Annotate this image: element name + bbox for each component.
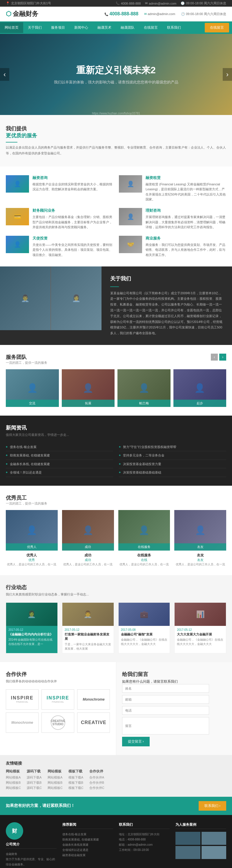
news-item-r2[interactable]: 坚持多元业务，二等业务合金 — [119, 451, 226, 460]
industry-title-2: 打造第一家能业金融财务发展发展 — [65, 632, 111, 641]
links-grid: 网站模板 网站模板A 网站模板B 网站模板C 源码下载 源码下载A 源码下载B … — [6, 769, 226, 791]
link-item-3-3[interactable]: 网站模板C — [48, 786, 63, 790]
news-link-l2[interactable]: 助推发展基础, 在稳健发展建 — [10, 453, 50, 458]
news-link-r1[interactable]: 努力"守住"行业股权投资股权融资帮帮 — [123, 444, 176, 450]
industry-card-2[interactable]: 👨‍💼 2017-05-12 打造第一家能业金融财务发展发展 于是，一家年公大来… — [62, 602, 114, 653]
link-item-1-3[interactable]: 网站模板C — [6, 786, 21, 790]
footer-link-2-5[interactable]: 融资基础金融发展 — [62, 852, 113, 858]
partner-logo-4: Monochrome — [6, 712, 38, 733]
partner-logo-content-2: INSPIRE FINANCIAL — [47, 695, 69, 703]
industry-card-content-3: 2017-05-08 金融融公司"融智"发展 金融融公司，《金融融公司》在线在线… — [119, 626, 170, 648]
news-link-l1[interactable]: 债务在线-银企发展 — [10, 444, 36, 450]
link-item-2-2[interactable]: 源码下载B — [27, 780, 42, 785]
link-item-3-1[interactable]: 网站模板A — [48, 775, 63, 780]
news-item-l2[interactable]: 助推发展基础, 在稳健发展建 — [6, 451, 113, 460]
nav-item-tech[interactable]: 融晟茨术 — [93, 22, 116, 33]
link-group-title-5: 合作伙伴 — [89, 769, 105, 774]
nav-item-news[interactable]: 新闻中心 — [69, 22, 93, 33]
link-item-5-3[interactable]: 合作伙伴C — [89, 786, 105, 790]
confidence-phone-input[interactable] — [122, 706, 209, 715]
news-item-r4[interactable]: 决策投资基础基础基础基础 — [119, 468, 226, 477]
team-prev-button[interactable]: ‹ — [211, 353, 218, 361]
team-next-button[interactable]: › — [219, 353, 226, 361]
header-hours: 09:00-18:00 周六六周日休息 — [186, 12, 226, 16]
link-item-4-2[interactable]: 模板下载B — [68, 780, 84, 785]
partner-text-3: Monochrome — [83, 698, 105, 702]
industry-img-icon-1: 👩‍💼 — [6, 603, 57, 626]
nav-item-about[interactable]: 关于我们 — [23, 22, 47, 33]
news-section: 新闻资讯 值得大家关注公司最新资讯，学情进一步走... 债务在线-银企发展 助推… — [0, 415, 232, 486]
news-item-l1[interactable]: 债务在线-银企发展 — [6, 443, 113, 452]
nav-item-message[interactable]: 在线留言 — [139, 22, 163, 33]
services-intro-section: 我们提供 更优质的服务 以满足众多出院企业人员的商务产品与服务需求，并提供行产品… — [0, 115, 232, 166]
partner-logo-5: CREATIVE STUDIO — [41, 712, 74, 733]
partner-logo-3: Monochrome — [77, 689, 110, 710]
link-group-title-3: 网站模板 — [48, 769, 63, 774]
news-link-l3[interactable]: 金融条长条线, 在稳健发展建 — [10, 462, 50, 467]
industry-card-4[interactable]: 📊 2017-05-12 大力大发展大力金融开展 金融融公司，《金融融公司》在线… — [174, 602, 226, 653]
nav-item-home[interactable]: 网站首页 — [0, 22, 23, 33]
link-item-5-2[interactable]: 合作伙伴B — [89, 780, 105, 785]
link-group-3: 网站模板 网站模板A 网站模板B 网站模板C — [48, 769, 63, 791]
link-item-1-1[interactable]: 网站模板A — [6, 775, 21, 780]
employee-desc-4: 优秀人，是这公司的工作人员，在一流 — [174, 562, 226, 566]
partners-grid: INSPIRE FINANCIAL INSPIRE FINANCIAL Mono… — [6, 689, 110, 733]
link-item-2-3[interactable]: 源码下载C — [27, 786, 42, 790]
industry-date-3: 2017-05-08 — [121, 628, 168, 631]
footer-link-2-3[interactable]: 金融条长条线发展建 — [62, 842, 113, 847]
confidence-message-input[interactable] — [122, 717, 209, 735]
news-item-r1[interactable]: 努力"守住"行业股权投资股权融资帮帮 — [119, 443, 226, 452]
service-img-4: 👤 — [119, 208, 142, 225]
nav-item-contact[interactable]: 联系我们 — [163, 22, 185, 33]
news-link-r4[interactable]: 决策投资基础基础基础基础 — [123, 470, 161, 475]
news-link-l4[interactable]: 全领域！所以还走遇是 — [10, 470, 42, 475]
nav-item-team[interactable]: 融晟团队 — [116, 22, 139, 33]
link-item-4-1[interactable]: 模板下载A — [68, 775, 84, 780]
employee-title-2: 成功 — [62, 558, 114, 562]
nav-item-services[interactable]: 服务项目 — [47, 22, 69, 33]
link-item-5-1[interactable]: 合作伙伴A — [89, 775, 105, 780]
service-text-3: 财务顾问业务 主要包括：产品分销服务基金（集合理财）分销、股权类型产品分销和其他… — [32, 208, 113, 230]
footer-link-2-4[interactable]: 全领域所以还走遇是 — [62, 847, 113, 852]
footer-link-2-1[interactable]: 债务在线-银企发展 — [62, 832, 113, 837]
cta-bar-button[interactable]: 联系我们 › — [199, 801, 226, 811]
link-item-2-1[interactable]: 源码下载A — [27, 775, 42, 780]
confidence-submit-button[interactable]: 提交留言 › — [122, 737, 150, 746]
header: ⬡ 金融财务 📞 4008-888-888 ✉ admin@admin.com … — [0, 7, 232, 22]
navigation: 网站首页 关于我们 服务项目 新闻中心 融晟茨术 融晟团队 在线留言 联系我们 … — [0, 22, 232, 34]
footer-col-4: 为人服务案例 — [175, 822, 226, 868]
link-group-2: 源码下载 源码下载A 源码下载B 源码下载C — [27, 769, 42, 791]
news-grid: 债务在线-银企发展 助推发展基础, 在稳健发展建 金融条长条线, 在稳健发展建 … — [6, 443, 226, 477]
industry-card-1[interactable]: 👩‍💼 2017-05-12 《金融融公司内内内分析行业》 2014年金融国际有… — [6, 602, 58, 653]
link-group-title-2: 源码下载 — [27, 769, 42, 774]
employee-title-4: 友友 — [174, 558, 226, 562]
link-item-4-3[interactable]: 模板下载C — [68, 786, 84, 790]
link-group-title-1: 网站模板 — [6, 769, 21, 774]
hero-next-button[interactable]: › — [223, 68, 232, 81]
news-item-r3[interactable]: 决策投资基金基础投资力量 — [119, 460, 226, 469]
link-item-3-2[interactable]: 网站模板B — [48, 780, 63, 785]
nav-cta-button[interactable]: 在线留言 — [205, 23, 229, 32]
news-item-l3[interactable]: 金融条长条线, 在稳健发展建 — [6, 460, 113, 469]
industry-text-4: 金融融公司，《金融融公司》在线在线大大大大大，金融大大大 — [177, 638, 224, 646]
news-link-r2[interactable]: 坚持多元业务，二等业务合金 — [123, 453, 165, 458]
industry-card-content-4: 2017-05-12 大力大发展大力金融开展 金融融公司，《金融融公司》在线在线… — [175, 626, 226, 648]
confidence-name-input[interactable] — [122, 684, 209, 693]
news-item-l4[interactable]: 全领域！所以还走遇是 — [6, 468, 113, 477]
service-text-1: 融资咨询 根据您客户企业企业的情况和需求资金的大小，根据的情况运力合理、助您解决… — [32, 175, 113, 202]
industry-card-3[interactable]: 💼 2017-05-08 金融融公司"融智"发展 金融融公司，《金融融公司》在线… — [118, 602, 170, 653]
nav-links: 网站首页 关于我们 服务项目 新闻中心 融晟茨术 融晟团队 在线留言 联系我们 — [0, 22, 185, 33]
cta-bar-text: 如果您有好的方案，请赶紧联系我们！ — [6, 803, 75, 808]
services-intro-text: 我们提供 更优质的服务 以满足众多出院企业人员的商务产品与服务需求，并提供行产品… — [6, 125, 226, 156]
news-link-r3[interactable]: 决策投资基金基础投资力量 — [123, 462, 161, 467]
service-title-4: 理财咨询 — [146, 208, 226, 213]
confidence-email-input[interactable] — [122, 695, 209, 704]
hero-prev-button[interactable]: ‹ — [0, 68, 9, 81]
clock-icon: 🕐 — [181, 1, 185, 5]
about-section: 👨‍💼 👩‍💼 关于我们 某某金融公司有限公司（以下简称本公司）成立于2009年… — [0, 267, 232, 345]
employee-title-3: 在线 — [118, 558, 170, 562]
link-group-1: 网站模板 网站模板A 网站模板B 网站模板C — [6, 769, 21, 791]
title-divider — [6, 142, 18, 143]
link-item-1-2[interactable]: 网站模板B — [6, 780, 21, 785]
footer-link-2-2[interactable]: 助推发展基础, 在稳健发展建 — [62, 837, 113, 842]
